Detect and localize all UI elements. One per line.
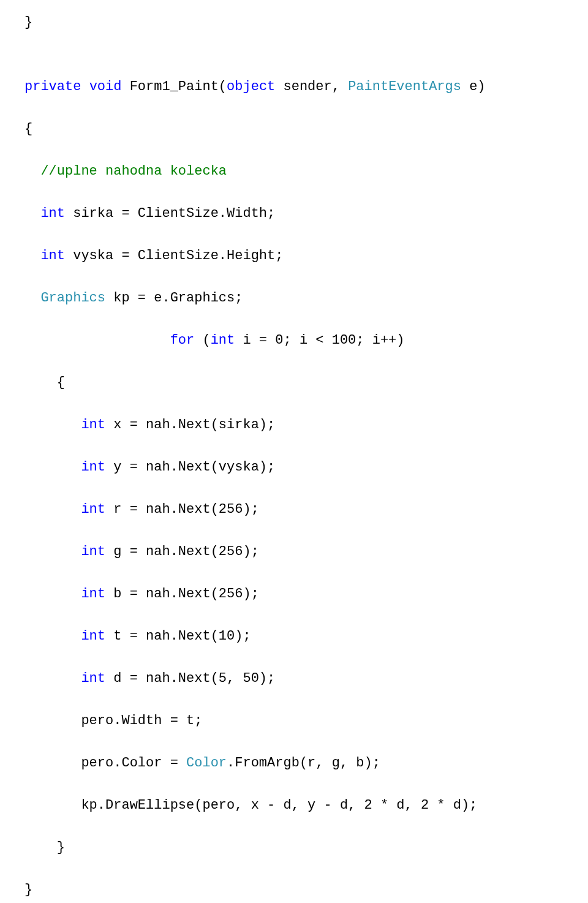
indent <box>24 586 81 602</box>
code-line: kp.DrawEllipse(pero, x - d, y - d, 2 * d… <box>24 795 564 815</box>
text: g = nah.Next(256); <box>105 544 259 559</box>
code-line: } <box>24 880 564 900</box>
code-line: { <box>24 119 564 139</box>
indent <box>24 290 40 306</box>
text: sirka = ClientSize.Width; <box>65 206 275 221</box>
keyword-object: object <box>227 79 275 94</box>
type-graphics: Graphics <box>40 290 105 306</box>
indent <box>24 248 40 263</box>
code-line: int d = nah.Next(5, 50); <box>24 668 564 689</box>
text: b = nah.Next(256); <box>105 586 259 602</box>
keyword-int: int <box>211 333 235 348</box>
keyword-private: private <box>24 79 81 94</box>
keyword-int: int <box>81 544 105 559</box>
brace-close: } <box>24 840 65 855</box>
code-line: Graphics kp = e.Graphics; <box>24 288 564 308</box>
text: x = nah.Next(sirka); <box>105 417 275 433</box>
keyword-int: int <box>81 417 105 433</box>
code-line: } <box>24 837 564 858</box>
text: ( <box>194 333 210 348</box>
text <box>81 79 89 94</box>
indent <box>24 333 170 348</box>
indent <box>24 502 81 517</box>
text: vyska = ClientSize.Height; <box>65 248 283 263</box>
keyword-int: int <box>40 206 65 221</box>
code-line: int x = nah.Next(sirka); <box>24 415 564 435</box>
code-line: } <box>24 12 564 32</box>
indent <box>24 629 81 644</box>
text: pero.Color = <box>24 755 186 771</box>
keyword-int: int <box>40 248 65 263</box>
indent <box>24 544 81 559</box>
brace-open: { <box>24 121 32 137</box>
keyword-for: for <box>170 333 195 348</box>
code-line: int r = nah.Next(256); <box>24 499 564 520</box>
text: t = nah.Next(10); <box>105 629 251 644</box>
comment: //uplne nahodna kolecka <box>40 164 227 179</box>
keyword-int: int <box>81 502 105 517</box>
code-line: int g = nah.Next(256); <box>24 542 564 562</box>
code-line: int vyska = ClientSize.Height; <box>24 246 564 266</box>
text: Form1_Paint( <box>121 79 227 94</box>
indent <box>24 164 40 179</box>
keyword-int: int <box>81 459 105 475</box>
brace-close: } <box>24 15 32 30</box>
code-line: pero.Color = Color.FromArgb(r, g, b); <box>24 753 564 773</box>
code-line: private void Form1_Paint(object sender, … <box>24 77 564 97</box>
type-color: Color <box>186 755 227 771</box>
text: sender, <box>275 79 348 94</box>
text: i = 0; i < 100; i++) <box>235 333 404 348</box>
code-line: int y = nah.Next(vyska); <box>24 457 564 477</box>
indent <box>24 206 40 221</box>
text: kp.DrawEllipse(pero, x - d, y - d, 2 * d… <box>24 798 477 813</box>
brace-open: { <box>24 375 65 390</box>
indent <box>24 459 81 475</box>
text: y = nah.Next(vyska); <box>105 459 275 475</box>
text: d = nah.Next(5, 50); <box>105 671 275 686</box>
brace-close: } <box>24 882 32 897</box>
text: r = nah.Next(256); <box>105 502 259 517</box>
indent <box>24 671 81 686</box>
text: pero.Width = t; <box>24 713 202 728</box>
keyword-int: int <box>81 671 105 686</box>
text: .FromArgb(r, g, b); <box>227 755 380 771</box>
code-line: for (int i = 0; i < 100; i++) <box>24 330 564 350</box>
code-line: //uplne nahodna kolecka <box>24 161 564 181</box>
text: e) <box>461 79 486 94</box>
text: kp = e.Graphics; <box>105 290 243 306</box>
code-line: int b = nah.Next(256); <box>24 584 564 604</box>
keyword-int: int <box>81 629 105 644</box>
code-line: { <box>24 372 564 393</box>
indent <box>24 417 81 433</box>
code-line: int t = nah.Next(10); <box>24 626 564 646</box>
type-painteventargs: PaintEventArgs <box>348 79 461 94</box>
code-line: pero.Width = t; <box>24 711 564 731</box>
keyword-int: int <box>81 586 105 602</box>
code-line: int sirka = ClientSize.Width; <box>24 203 564 224</box>
keyword-void: void <box>89 79 122 94</box>
